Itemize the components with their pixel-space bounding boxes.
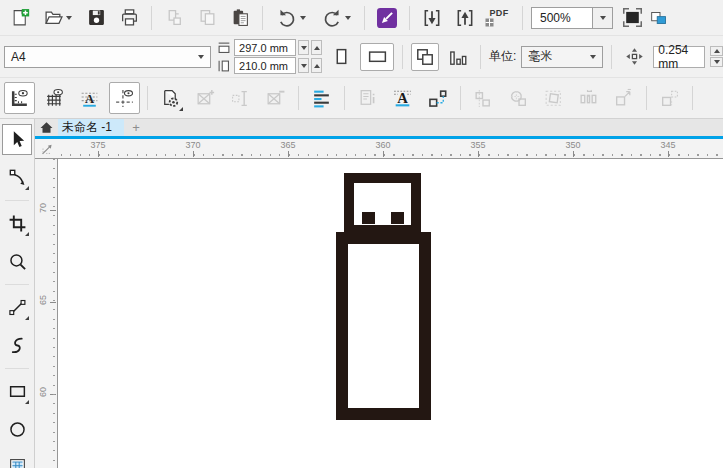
insert-page-frame-icon <box>195 88 216 109</box>
show-baseline-grid-toggle[interactable]: A <box>74 82 105 114</box>
edit-text-icon <box>230 88 251 109</box>
full-screen-preview-button[interactable] <box>618 4 646 32</box>
page-width-field[interactable]: 297.0 mm <box>234 39 296 56</box>
home-tab-button[interactable] <box>35 119 58 136</box>
freehand-tool[interactable] <box>2 292 32 323</box>
standard-toolbar: PDF 500% <box>0 0 723 36</box>
page-height-field[interactable]: 210.0 mm <box>234 57 296 74</box>
insert-page-frame-button-disabled <box>190 82 221 114</box>
units-combobox[interactable]: 毫米 <box>521 46 603 68</box>
export-button[interactable] <box>451 4 479 32</box>
chevron-up-icon <box>714 49 720 53</box>
freehand-tool-icon <box>8 298 27 317</box>
usb-contact-left[interactable] <box>362 212 375 224</box>
document-properties-icon <box>357 88 378 109</box>
page-size-combobox[interactable]: A4 <box>4 46 211 68</box>
publish-pdf-icon <box>485 18 495 27</box>
ellipse-tool[interactable] <box>2 414 32 445</box>
usb-body-shape[interactable] <box>336 232 431 420</box>
h-ruler-label: 365 <box>273 140 303 150</box>
nudge-decrease-button[interactable] <box>710 57 723 67</box>
shape-tool[interactable] <box>2 162 32 193</box>
separator <box>692 86 693 110</box>
redo-button[interactable] <box>316 4 356 32</box>
separator <box>262 6 263 30</box>
chevron-down-icon <box>301 46 307 50</box>
width-increase-button[interactable] <box>311 40 322 55</box>
apply-to-current-page-button[interactable] <box>444 43 472 71</box>
artistic-media-tool[interactable] <box>2 330 32 361</box>
portrait-orientation-button[interactable] <box>327 43 355 71</box>
document-tab-title: 未命名 -1 <box>62 119 112 136</box>
table-tool[interactable] <box>2 452 32 468</box>
separator <box>344 86 345 110</box>
separator <box>646 86 647 110</box>
duplicate-object-button-disabled <box>654 82 685 114</box>
toolbox <box>0 119 35 468</box>
import-button[interactable] <box>418 4 446 32</box>
new-tab-button[interactable]: + <box>124 119 148 136</box>
landscape-orientation-button[interactable] <box>360 43 394 71</box>
alignment-guides-button[interactable] <box>306 82 337 114</box>
toolbox-separator <box>5 200 29 201</box>
pick-tool[interactable] <box>2 124 32 155</box>
height-decrease-button[interactable] <box>298 58 309 73</box>
publish-pdf-button[interactable]: PDF <box>484 4 514 32</box>
toolbox-separator <box>5 368 29 369</box>
distribute-spacing-button-disabled <box>573 82 604 114</box>
zoom-level-dropdown[interactable] <box>593 7 613 29</box>
ruler-origin-button[interactable] <box>35 139 58 159</box>
zoom-level-value[interactable]: 500% <box>531 7 593 29</box>
save-button[interactable] <box>82 4 110 32</box>
chevron-down-icon <box>590 55 596 59</box>
horizontal-ruler[interactable]: 375 370 365 360 355 350 345 <box>58 139 723 159</box>
alignment-guides-icon <box>311 88 332 109</box>
print-button[interactable] <box>115 4 143 32</box>
view-overlap-button-clipped[interactable] <box>651 5 669 31</box>
open-button[interactable] <box>39 4 77 32</box>
cut-icon <box>165 8 184 27</box>
character-formatting-button[interactable]: A <box>387 82 418 114</box>
undo-button[interactable] <box>271 4 311 32</box>
height-increase-button[interactable] <box>311 58 322 73</box>
separator <box>611 45 612 69</box>
new-document-button[interactable] <box>6 4 34 32</box>
apply-to-all-pages-button[interactable] <box>411 43 439 71</box>
drawing-canvas[interactable] <box>58 159 723 468</box>
baseline-grid-icon: A <box>79 88 100 109</box>
vertical-ruler[interactable]: 70 65 60 <box>35 159 58 468</box>
page-settings-button[interactable] <box>155 82 186 114</box>
chevron-down-icon <box>198 55 204 59</box>
page-dimensions-group: 297.0 mm 210.0 mm <box>216 39 322 74</box>
nudge-increase-button[interactable] <box>710 46 723 56</box>
open-dropdown-icon[interactable] <box>66 16 72 20</box>
nudge-distance-field[interactable]: 0.254 mm <box>653 46 705 68</box>
units-label: 单位: <box>489 48 516 65</box>
rectangle-tool[interactable] <box>2 376 32 407</box>
show-guidelines-toggle[interactable] <box>109 82 140 114</box>
paste-button[interactable] <box>226 4 254 32</box>
redo-dropdown-icon[interactable] <box>345 16 351 20</box>
undo-icon <box>277 8 297 28</box>
usb-connector-shape[interactable] <box>344 173 421 235</box>
show-grid-toggle[interactable] <box>39 82 70 114</box>
paste-icon <box>231 8 250 27</box>
width-decrease-button[interactable] <box>298 40 309 55</box>
zoom-level-combobox[interactable]: 500% <box>531 7 613 29</box>
copy-button-disabled <box>193 4 221 32</box>
search-content-button[interactable] <box>373 4 401 32</box>
document-tab-active[interactable]: 未命名 -1 <box>58 119 124 136</box>
shape-tool-icon <box>8 168 27 187</box>
overlapping-windows-icon <box>651 8 669 28</box>
pick-tool-icon <box>8 130 27 149</box>
search-content-icon <box>377 8 397 28</box>
undo-dropdown-icon[interactable] <box>300 16 306 20</box>
crop-tool[interactable] <box>2 208 32 239</box>
show-rulers-toggle[interactable] <box>4 82 35 114</box>
separator <box>409 6 410 30</box>
snapping-button[interactable] <box>422 82 453 114</box>
usb-contact-right[interactable] <box>391 212 404 224</box>
h-ruler-label: 370 <box>178 140 208 150</box>
zoom-tool[interactable] <box>2 246 32 277</box>
document-properties-button-disabled <box>352 82 383 114</box>
